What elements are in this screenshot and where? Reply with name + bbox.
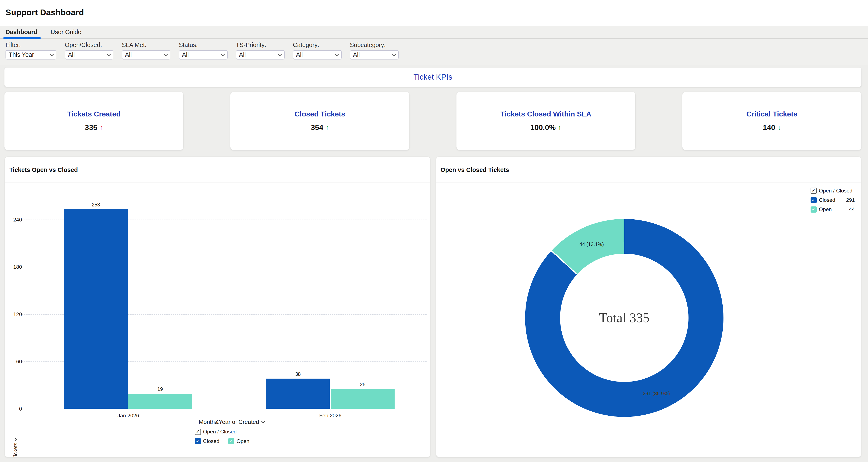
kpi-card-critical-tickets: Critical Tickets 140 ↓ bbox=[682, 92, 861, 150]
donut-chart-title: Open vs Closed Tickets bbox=[436, 157, 861, 183]
bar-closed-jan[interactable]: 253 bbox=[64, 209, 128, 409]
bar-open-jan[interactable]: 19 bbox=[128, 394, 192, 409]
legend-label-closed: Closed bbox=[203, 438, 219, 444]
legend-group-row: ✓ Open / Closed bbox=[811, 187, 855, 195]
chevron-down-icon bbox=[392, 52, 396, 56]
kpi-section-title: Ticket KPIs bbox=[413, 73, 453, 81]
donut-legend: ✓ Open / Closed ✓ Closed 291 ✓ Open 44 bbox=[811, 187, 855, 213]
trend-up-icon: ↑ bbox=[326, 124, 329, 131]
y-tick: 240 bbox=[5, 217, 22, 223]
filter-label: SLA Met: bbox=[122, 41, 170, 48]
bar-open-feb[interactable]: 25 bbox=[331, 389, 394, 409]
filter-label: Status: bbox=[179, 41, 227, 48]
charts-row: Tickets Open vs Closed Count of Tickets … bbox=[4, 157, 862, 457]
title-bar: Support Dashboard bbox=[0, 0, 868, 26]
bar-plot-area: 240 180 120 60 0 253 19 38 25 Jan 2026 bbox=[27, 192, 427, 409]
kpi-value: 335 ↑ bbox=[85, 123, 103, 132]
y-tick: 0 bbox=[5, 406, 22, 412]
chevron-down-icon bbox=[261, 420, 265, 423]
donut-center-total: Total 335 bbox=[599, 310, 650, 326]
filter-bar: Filter: This Year Open/Closed: All SLA M… bbox=[0, 39, 868, 65]
kpi-card-tickets-closed-within-sla: Tickets Closed Within SLA 100.0% ↑ bbox=[457, 92, 635, 150]
legend-value-open: 44 bbox=[849, 206, 855, 212]
filter-label: Subcategory: bbox=[350, 41, 399, 48]
bar-closed-feb[interactable]: 38 bbox=[266, 378, 330, 408]
tab-bar: Dashboard User Guide bbox=[0, 26, 868, 39]
x-tick-feb: Feb 2026 bbox=[297, 412, 364, 419]
legend-group-row: ✓ Open / Closed bbox=[195, 428, 249, 436]
checkbox-closed[interactable]: ✓ bbox=[811, 197, 817, 203]
chevron-down-icon bbox=[278, 52, 282, 56]
legend-label-open: Open bbox=[819, 206, 832, 212]
filter-select-filter[interactable]: This Year bbox=[5, 50, 56, 60]
donut-ring[interactable]: 44 (13.1%) 291 (86.9%) Total 335 bbox=[525, 219, 723, 417]
legend-series-row: ✓ Closed ✓ Open bbox=[195, 437, 249, 445]
kpi-section-banner: Ticket KPIs bbox=[4, 68, 862, 87]
filter-select-ts-priority[interactable]: All bbox=[236, 50, 285, 60]
filter-label: Filter: bbox=[5, 41, 56, 48]
kpi-value: 140 ↓ bbox=[763, 123, 781, 132]
filter-group-sla-met: SLA Met: All bbox=[122, 41, 170, 65]
filter-select-open-closed[interactable]: All bbox=[65, 50, 114, 60]
filter-select-category[interactable]: All bbox=[293, 50, 342, 60]
filter-select-subcategory[interactable]: All bbox=[350, 50, 399, 60]
kpi-row: Tickets Created 335 ↑ Closed Tickets 354… bbox=[4, 92, 862, 150]
legend-row-open: ✓ Open 44 bbox=[811, 206, 855, 213]
tab-user-guide[interactable]: User Guide bbox=[51, 29, 82, 36]
x-axis-title[interactable]: Month&Year of Created bbox=[33, 419, 430, 425]
bar-chart-title: Tickets Open vs Closed bbox=[5, 157, 430, 183]
kpi-title: Tickets Closed Within SLA bbox=[500, 110, 591, 118]
chevron-down-icon bbox=[13, 437, 17, 441]
bar-legend: ✓ Open / Closed ✓ Closed ✓ Open bbox=[195, 428, 249, 445]
legend-label-open: Open bbox=[237, 438, 249, 444]
filter-group-category: Category: All bbox=[293, 41, 342, 65]
filter-label: Open/Closed: bbox=[65, 41, 114, 48]
slice-label-open: 44 (13.1%) bbox=[579, 241, 604, 247]
legend-label-closed: Closed bbox=[819, 197, 835, 203]
legend-group-label: Open / Closed bbox=[203, 429, 237, 435]
chevron-down-icon bbox=[335, 52, 339, 56]
filter-group-open-closed: Open/Closed: All bbox=[65, 41, 114, 65]
checkbox-open-closed[interactable]: ✓ bbox=[195, 429, 201, 435]
checkbox-open[interactable]: ✓ bbox=[228, 438, 235, 444]
donut-hole: Total 335 bbox=[560, 254, 688, 382]
filter-group-subcategory: Subcategory: All bbox=[350, 41, 399, 65]
chevron-down-icon bbox=[107, 52, 111, 56]
legend-value-closed: 291 bbox=[846, 197, 855, 203]
trend-down-icon: ↓ bbox=[777, 124, 781, 131]
bar-value-label: 19 bbox=[128, 387, 192, 392]
checkbox-closed[interactable]: ✓ bbox=[195, 438, 201, 444]
donut-chart-panel: Open vs Closed Tickets ✓ Open / Closed ✓… bbox=[436, 157, 862, 457]
kpi-title: Tickets Created bbox=[67, 110, 121, 118]
filter-label: Category: bbox=[293, 41, 342, 48]
filter-select-status[interactable]: All bbox=[179, 50, 227, 60]
filter-group-filter: Filter: This Year bbox=[5, 41, 56, 65]
x-tick-jan: Jan 2026 bbox=[95, 412, 161, 419]
trend-up-icon: ↑ bbox=[558, 124, 561, 131]
bar-value-label: 38 bbox=[266, 371, 330, 377]
legend-row-closed: ✓ Closed 291 bbox=[811, 196, 855, 204]
trend-up-icon: ↑ bbox=[100, 124, 103, 131]
filter-select-sla-met[interactable]: All bbox=[122, 50, 170, 60]
filter-group-status: Status: All bbox=[179, 41, 227, 65]
kpi-card-tickets-created: Tickets Created 335 ↑ bbox=[4, 92, 183, 150]
checkbox-open-closed[interactable]: ✓ bbox=[811, 188, 817, 194]
bar-value-label: 253 bbox=[64, 202, 128, 208]
tab-dashboard[interactable]: Dashboard bbox=[5, 29, 37, 36]
chevron-down-icon bbox=[221, 52, 225, 56]
kpi-value: 354 ↑ bbox=[311, 123, 329, 132]
filter-group-ts-priority: TS-Priority: All bbox=[236, 41, 285, 65]
filter-label: TS-Priority: bbox=[236, 41, 285, 48]
y-tick: 180 bbox=[5, 264, 22, 270]
y-axis-title[interactable]: Count of Tickets bbox=[12, 438, 19, 457]
checkbox-open[interactable]: ✓ bbox=[811, 206, 817, 212]
y-tick: 60 bbox=[5, 359, 22, 365]
chevron-down-icon bbox=[164, 52, 168, 56]
x-axis-line bbox=[22, 409, 427, 409]
slice-label-closed: 291 (86.9%) bbox=[643, 391, 670, 397]
bar-value-label: 25 bbox=[331, 382, 394, 388]
page-title: Support Dashboard bbox=[5, 8, 868, 17]
kpi-title: Closed Tickets bbox=[294, 110, 345, 118]
app: Support Dashboard Dashboard User Guide F… bbox=[0, 0, 868, 462]
bar-chart-panel: Tickets Open vs Closed Count of Tickets … bbox=[4, 157, 431, 457]
